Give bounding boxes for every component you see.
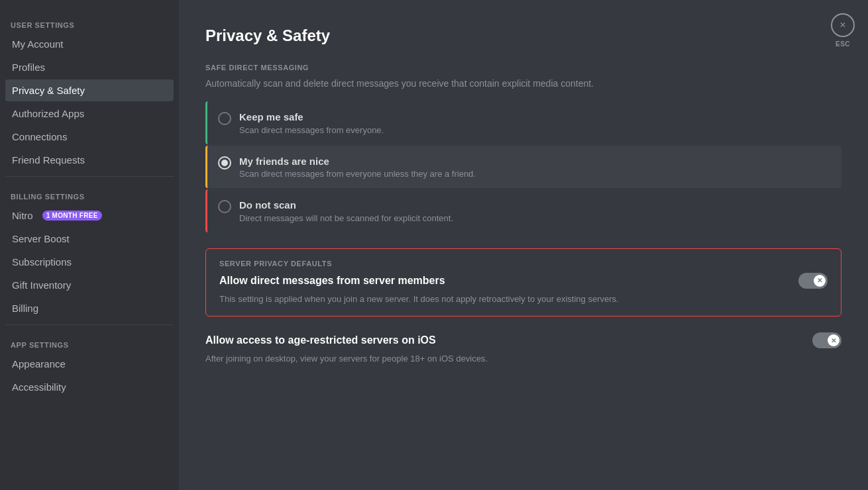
- sidebar-item-gift-inventory[interactable]: Gift Inventory: [5, 274, 174, 296]
- sidebar-item-label: Authorized Apps: [12, 108, 84, 119]
- radio-option-do-not-scan[interactable]: Do not scan Direct messages will not be …: [205, 189, 841, 232]
- radio-text-do-not-scan: Do not scan Direct messages will not be …: [239, 199, 453, 223]
- ios-toggle-row: Allow access to age-restricted servers o…: [205, 332, 841, 348]
- radio-text-keep-safe: Keep me safe Scan direct messages from e…: [239, 111, 384, 135]
- user-settings-label: USER SETTINGS: [5, 11, 174, 32]
- radio-circle-keep-safe: [218, 112, 231, 125]
- app-settings-label: APP SETTINGS: [5, 330, 174, 352]
- sidebar-item-label: Subscriptions: [12, 256, 72, 268]
- billing-settings-label: BILLING SETTINGS: [5, 182, 174, 203]
- sidebar-item-label: Gift Inventory: [12, 279, 71, 291]
- safe-dm-section: SAFE DIRECT MESSAGING Automatically scan…: [205, 64, 841, 232]
- radio-option-friends-nice[interactable]: My friends are nice Scan direct messages…: [205, 146, 841, 189]
- sidebar-item-subscriptions[interactable]: Subscriptions: [5, 251, 174, 273]
- close-button[interactable]: × ESC: [831, 13, 855, 37]
- sidebar-item-label: Connections: [12, 131, 67, 142]
- sidebar-divider-app: [5, 324, 174, 325]
- radio-label-do-not-scan: Do not scan: [239, 199, 453, 212]
- radio-sub-do-not-scan: Direct messages will not be scanned for …: [239, 213, 453, 223]
- sidebar-item-label: Appearance: [12, 358, 66, 369]
- radio-circle-friends-nice: [218, 156, 231, 170]
- sidebar-divider-billing: [5, 176, 174, 177]
- sidebar-item-label: Accessibility: [12, 381, 66, 393]
- sidebar-item-label: Nitro: [12, 210, 33, 221]
- close-icon: ×: [840, 19, 845, 31]
- radio-sub-friends-nice: Scan direct messages from everyone unles…: [239, 169, 476, 179]
- sidebar-item-connections[interactable]: Connections: [5, 126, 174, 148]
- allow-dm-label: Allow direct messages from server member…: [219, 275, 445, 287]
- sidebar-item-label: Privacy & Safety: [12, 85, 85, 96]
- safe-dm-description: Automatically scan and delete direct mes…: [205, 77, 841, 91]
- server-privacy-header: SERVER PRIVACY DEFAULTS: [219, 260, 828, 268]
- ios-toggle[interactable]: ✕: [812, 332, 841, 348]
- toggle-x-ios-icon: ✕: [831, 337, 836, 344]
- allow-dm-description: This setting is applied when you join a …: [219, 293, 828, 306]
- sidebar-item-nitro[interactable]: Nitro 1 MONTH FREE: [5, 205, 174, 226]
- toggle-x-icon: ✕: [817, 277, 822, 284]
- sidebar-item-authorized-apps[interactable]: Authorized Apps: [5, 103, 174, 124]
- sidebar-item-label: Server Boost: [12, 233, 70, 244]
- ios-description: After joining on desktop, view your serv…: [205, 352, 841, 366]
- radio-option-keep-safe[interactable]: Keep me safe Scan direct messages from e…: [205, 101, 841, 144]
- radio-circle-do-not-scan: [218, 200, 231, 213]
- sidebar-item-server-boost[interactable]: Server Boost: [5, 228, 174, 250]
- radio-label-friends-nice: My friends are nice: [239, 155, 476, 168]
- radio-sub-keep-safe: Scan direct messages from everyone.: [239, 125, 384, 135]
- sidebar-item-appearance[interactable]: Appearance: [5, 353, 174, 375]
- radio-label-keep-safe: Keep me safe: [239, 111, 384, 124]
- sidebar-item-label: Billing: [12, 303, 38, 314]
- page-title: Privacy & Safety: [205, 26, 841, 45]
- ios-section: Allow access to age-restricted servers o…: [205, 332, 841, 366]
- toggle-knob-allow-dm: ✕: [814, 275, 826, 287]
- nitro-badge: 1 MONTH FREE: [42, 211, 102, 220]
- sidebar-item-accessibility[interactable]: Accessibility: [5, 376, 174, 398]
- sidebar-item-profiles[interactable]: Profiles: [5, 56, 174, 78]
- toggle-knob-ios: ✕: [828, 334, 840, 346]
- sidebar-item-privacy-safety[interactable]: Privacy & Safety: [5, 79, 174, 101]
- sidebar: USER SETTINGS My Account Profiles Privac…: [0, 0, 179, 490]
- sidebar-item-billing[interactable]: Billing: [5, 297, 174, 319]
- esc-label: ESC: [836, 40, 850, 48]
- allow-dm-toggle[interactable]: ✕: [798, 273, 828, 289]
- sidebar-item-label: My Account: [12, 38, 64, 50]
- sidebar-item-label: Friend Requests: [12, 154, 85, 166]
- sidebar-item-friend-requests[interactable]: Friend Requests: [5, 149, 174, 171]
- server-privacy-section: SERVER PRIVACY DEFAULTS Allow direct mes…: [205, 248, 841, 317]
- main-content: × ESC Privacy & Safety SAFE DIRECT MESSA…: [179, 0, 868, 490]
- radio-text-friends-nice: My friends are nice Scan direct messages…: [239, 155, 476, 179]
- sidebar-item-label: Profiles: [12, 62, 45, 73]
- safe-dm-header: SAFE DIRECT MESSAGING: [205, 64, 841, 72]
- sidebar-item-my-account[interactable]: My Account: [5, 33, 174, 55]
- allow-dm-toggle-row: Allow direct messages from server member…: [219, 273, 828, 289]
- ios-toggle-label: Allow access to age-restricted servers o…: [205, 334, 436, 346]
